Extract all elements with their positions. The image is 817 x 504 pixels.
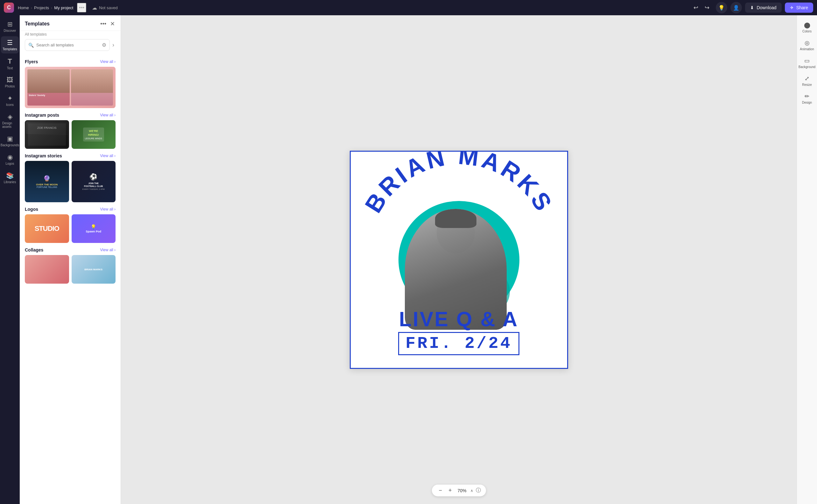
libraries-icon: 📚 [6,172,14,179]
right-sidebar-item-animation[interactable]: ◎ Animation [798,37,817,53]
live-qa-text: LIVE Q & A [364,309,554,329]
collages-view-all[interactable]: View all › [100,248,115,252]
zoom-controls: − + 70% ∧ ⓘ [432,485,486,496]
zoom-in-button[interactable]: + [447,487,454,494]
logos-section-header: Logos View all › [25,207,115,212]
logos-view-all[interactable]: View all › [100,207,115,211]
panel-subtitle: All templates [20,31,121,39]
breadcrumb: Home › Projects › My project [18,5,73,10]
discover-icon: ⊞ [7,20,13,28]
search-icon: 🔍 [28,43,34,48]
date-text: FRI. 2/24 [398,332,519,355]
canvas-area[interactable]: BRIAN MARKS LIVE Q & A FRI. 2/24 − + 70%… [121,15,797,504]
svg-text:BRIAN MARKS: BRIAN MARKS [359,152,558,217]
download-button[interactable]: ⬇ Download [745,3,781,13]
right-sidebar-item-colors[interactable]: ⬤ Colors [798,19,817,36]
list-item[interactable]: ⚽ JOIN THEFOOTBALL CLUB EVERY TUESDAY, 2… [72,161,116,202]
templates-icon: ☰ [7,39,13,46]
sidebar-item-discover[interactable]: ⊞ Discover [1,18,19,35]
topbar-right: 💡 👤 ⬇ Download ✈ Share [716,2,813,13]
list-item[interactable]: STUDIO [25,214,69,243]
ig-stories-grid: 🔮 OVER THE MOON FORTUNE TELLING ⚽ JOIN T… [25,161,115,202]
background-icon: ▭ [804,57,810,64]
sidebar-item-icons[interactable]: ✦ Icons [1,92,19,109]
list-item[interactable]: WE'REHIRING! LEISURE MINDS [72,120,116,149]
canvas-content: BRIAN MARKS LIVE Q & A FRI. 2/24 [351,152,567,368]
animation-icon: ◎ [805,39,810,46]
collages-section-header: Collages View all › [25,247,115,252]
right-sidebar-item-design[interactable]: ✏ Design [798,90,817,107]
panel-title: Templates [25,21,50,27]
share-button[interactable]: ✈ Share [785,3,813,13]
flyers-grid: Sisters' Society [25,67,115,108]
collages-grid: BRIAN MARKS [25,255,115,284]
list-item[interactable] [25,255,69,284]
list-item[interactable]: Sisters' Society [25,67,115,108]
photos-icon: 🖼 [7,76,13,84]
ig-posts-section-header: Instagram posts View all › [25,113,115,118]
search-input[interactable] [36,43,99,47]
sidebar-item-backgrounds[interactable]: ▣ Backgrounds [1,132,19,149]
sidebar-item-libraries[interactable]: 📚 Libraries [1,169,19,186]
arch-text-container: BRIAN MARKS [351,152,567,260]
sidebar-item-templates[interactable]: ☰ Templates [1,36,19,53]
download-icon: ⬇ [750,5,754,10]
sidebar-item-design-assets[interactable]: ◈ Design assets [1,110,19,131]
app-logo: C [4,3,14,13]
icons-icon: ✦ [7,94,13,102]
design-assets-icon: ◈ [8,113,12,121]
nav-home[interactable]: Home [18,5,29,10]
right-sidebar: ⬤ Colors ◎ Animation ▭ Background ⤢ Resi… [797,15,817,504]
zoom-chevron-icon[interactable]: ∧ [470,488,473,493]
list-item[interactable]: 🔮 OVER THE MOON FORTUNE TELLING [25,161,69,202]
expand-panel-button[interactable]: › [111,40,115,50]
resize-icon: ⤢ [805,75,809,82]
canvas-bottom-text: LIVE Q & A FRI. 2/24 [364,309,554,355]
logos-grid: STUDIO 💡 Spawn Pod [25,214,115,243]
sidebar-item-photos[interactable]: 🖼 Photos [1,74,19,91]
left-sidebar: ⊞ Discover ☰ Templates T Text 🖼 Photos ✦… [0,15,20,504]
nav-current[interactable]: My project [54,5,73,10]
search-bar: 🔍 ⚙ [25,39,110,51]
list-item[interactable]: 💡 Spawn Pod [72,214,116,243]
zoom-value: 70% [456,488,468,493]
flyers-view-all[interactable]: View all › [100,59,115,64]
sidebar-item-text[interactable]: T Text [1,55,19,72]
design-icon: ✏ [805,93,809,100]
main-content: ⊞ Discover ☰ Templates T Text 🖼 Photos ✦… [0,15,817,504]
templates-panel: Templates ••• ✕ All templates 🔍 ⚙ › Flye… [20,15,121,504]
save-status: ☁ Not saved [92,5,118,11]
panel-more-button[interactable]: ••• [100,20,107,28]
zoom-out-button[interactable]: − [437,487,444,494]
logos-icon: ◉ [7,153,13,161]
ig-posts-view-all[interactable]: View all › [100,113,115,117]
right-sidebar-item-resize[interactable]: ⤢ Resize [798,72,817,89]
ideas-button[interactable]: 💡 [716,2,727,13]
more-options-button[interactable]: ••• [77,3,86,12]
ig-stories-view-all[interactable]: View all › [100,154,115,158]
text-icon: T [8,57,12,66]
canvas-wrapper: BRIAN MARKS LIVE Q & A FRI. 2/24 [350,151,568,369]
flyers-section-header: Flyers View all › [25,59,115,64]
topbar: C Home › Projects › My project ••• ☁ Not… [0,0,817,15]
undo-redo-group: ↩ ↪ [691,3,712,12]
backgrounds-icon: ▣ [7,135,13,142]
nav-projects[interactable]: Projects [34,5,49,10]
panel-header: Templates ••• ✕ [20,15,121,31]
zoom-info-button[interactable]: ⓘ [476,487,481,494]
redo-button[interactable]: ↪ [702,3,712,12]
colors-icon: ⬤ [804,22,810,29]
filter-icon[interactable]: ⚙ [102,42,106,48]
sidebar-item-logos[interactable]: ◉ Logos [1,151,19,168]
panel-content: Flyers View all › Sisters' Society [20,55,121,504]
ig-posts-grid: ZOE FRANCIS WE'REHIRING! LEISURE MINDS [25,120,115,149]
share-icon: ✈ [790,5,794,10]
right-sidebar-item-background[interactable]: ▭ Background [798,55,817,71]
ig-stories-section-header: Instagram stories View all › [25,153,115,158]
undo-button[interactable]: ↩ [691,3,701,12]
cloud-icon: ☁ [92,5,97,11]
list-item[interactable]: BRIAN MARKS [72,255,116,284]
list-item[interactable]: ZOE FRANCIS [25,120,69,149]
account-button[interactable]: 👤 [731,2,742,13]
panel-close-button[interactable]: ✕ [109,20,115,28]
